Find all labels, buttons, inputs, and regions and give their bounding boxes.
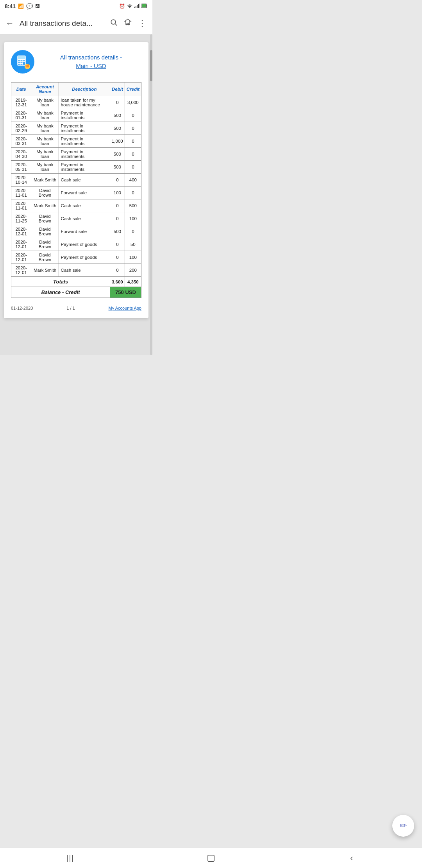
- col-debit: Debit: [110, 82, 125, 96]
- wifi-icon: [127, 4, 133, 9]
- table-row: 2020-01-31 My bank loan Payment in insta…: [11, 109, 141, 122]
- more-icon[interactable]: ⋮: [138, 18, 147, 29]
- cell-date: 2020-04-30: [11, 148, 31, 161]
- cell-date: 2019-12-31: [11, 96, 31, 109]
- cell-debit: 1,000: [110, 135, 125, 148]
- col-credit: Credit: [125, 82, 141, 96]
- cell-debit: 0: [110, 96, 125, 109]
- table-row: 2020-11-01 Mark Smith Cash sale 0 500: [11, 199, 141, 212]
- doc-title-link: All transactions details - Main - USD: [60, 54, 122, 70]
- cell-date: 2020-05-31: [11, 161, 31, 174]
- svg-rect-14: [23, 60, 25, 61]
- table-row: 2020-03-31 My bank loan Payment in insta…: [11, 135, 141, 148]
- alarm-icon: ⏰: [119, 4, 125, 9]
- svg-rect-4: [139, 4, 140, 8]
- cell-credit: 500: [125, 199, 141, 212]
- status-left: 8:41 📶 💬 🖫: [5, 3, 40, 9]
- footer-page: 1 / 1: [66, 306, 75, 310]
- cell-description: Payment in installments: [59, 109, 110, 122]
- cell-credit: 50: [125, 238, 141, 251]
- cell-date: 2020-03-31: [11, 135, 31, 148]
- cell-account: David Brown: [31, 212, 59, 225]
- cell-credit: 0: [125, 122, 141, 135]
- table-row: 2020-12-01 Mark Smith Cash sale 0 200: [11, 264, 141, 277]
- content-area: All transactions details - Main - USD Da…: [0, 34, 152, 355]
- cell-date: 2020-12-01: [11, 251, 31, 264]
- cell-date: 2020-11-01: [11, 187, 31, 199]
- doc-title: All transactions details - Main - USD: [41, 53, 141, 71]
- cell-debit: 500: [110, 122, 125, 135]
- back-button[interactable]: ←: [5, 18, 14, 29]
- cell-date: 2020-02-29: [11, 122, 31, 135]
- cell-description: Payment in installments: [59, 122, 110, 135]
- balance-value: 750 USD: [110, 287, 141, 298]
- svg-rect-19: [21, 64, 23, 65]
- table-row: 2020-12-01 David Brown Payment of goods …: [11, 238, 141, 251]
- svg-point-8: [111, 20, 116, 24]
- cell-description: Cash sale: [59, 212, 110, 225]
- cell-account: My bank loan: [31, 109, 59, 122]
- cell-date: 2020-11-01: [11, 199, 31, 212]
- balance-label: Balance - Credit: [11, 287, 110, 298]
- cell-account: My bank loan: [31, 96, 59, 109]
- table-row: 2020-12-01 David Brown Forward sale 500 …: [11, 225, 141, 238]
- cell-account: Mark Smith: [31, 174, 59, 187]
- cell-credit: 3,000: [125, 96, 141, 109]
- cell-description: Cash sale: [59, 199, 110, 212]
- cell-credit: 400: [125, 174, 141, 187]
- scrollbar-track[interactable]: [150, 34, 152, 355]
- cell-account: My bank loan: [31, 135, 59, 148]
- sim-icon: 📶: [18, 4, 24, 9]
- cell-date: 2020-12-01: [11, 225, 31, 238]
- app-logo: [11, 50, 34, 74]
- cell-credit: 0: [125, 161, 141, 174]
- cell-credit: 0: [125, 187, 141, 199]
- cell-description: Payment in installments: [59, 148, 110, 161]
- cell-description: Cash sale: [59, 264, 110, 277]
- totals-label: Totals: [11, 277, 110, 287]
- page-title: All transactions deta...: [20, 19, 110, 28]
- cell-description: Payment in installments: [59, 135, 110, 148]
- search-icon[interactable]: [110, 18, 118, 28]
- svg-rect-17: [23, 62, 25, 65]
- cell-date: 2020-12-01: [11, 238, 31, 251]
- footer-date: 01-12-2020: [11, 306, 33, 310]
- cell-date: 2020-12-01: [11, 264, 31, 277]
- totals-debit: 3,600: [110, 277, 125, 287]
- cell-date: 2020-01-31: [11, 109, 31, 122]
- cell-account: David Brown: [31, 251, 59, 264]
- svg-rect-15: [18, 62, 20, 63]
- cell-credit: 100: [125, 212, 141, 225]
- svg-rect-2: [137, 5, 138, 8]
- cell-credit: 0: [125, 225, 141, 238]
- cell-credit: 100: [125, 251, 141, 264]
- table-row: 2020-12-01 David Brown Payment of goods …: [11, 251, 141, 264]
- doc-footer: 01-12-2020 1 / 1 My Accounts App: [11, 306, 141, 310]
- cell-debit: 500: [110, 148, 125, 161]
- cell-debit: 0: [110, 238, 125, 251]
- table-row: 2020-05-31 My bank loan Payment in insta…: [11, 161, 141, 174]
- cell-description: Payment in installments: [59, 161, 110, 174]
- top-bar-icons: ⋮: [110, 18, 147, 29]
- table-row: 2020-11-25 David Brown Cash sale 0 100: [11, 212, 141, 225]
- totals-row: Totals 3,600 4,350: [11, 277, 141, 287]
- cell-description: Forward sale: [59, 225, 110, 238]
- cell-credit: 0: [125, 148, 141, 161]
- svg-rect-0: [134, 7, 135, 8]
- col-account: Account Name: [31, 82, 59, 96]
- table-header-row: Date Account Name Description Debit Cred…: [11, 82, 141, 96]
- whatsapp-icon: 💬: [26, 3, 33, 9]
- svg-rect-6: [147, 5, 147, 7]
- svg-rect-12: [18, 60, 20, 61]
- cell-credit: 200: [125, 264, 141, 277]
- cell-account: My bank loan: [31, 148, 59, 161]
- cell-debit: 0: [110, 199, 125, 212]
- svg-rect-7: [142, 4, 146, 7]
- cell-credit: 0: [125, 109, 141, 122]
- svg-rect-3: [138, 4, 139, 8]
- col-description: Description: [59, 82, 110, 96]
- svg-rect-13: [21, 60, 23, 61]
- footer-app-name: My Accounts App: [109, 306, 141, 310]
- drive-upload-icon[interactable]: [124, 18, 132, 28]
- cell-debit: 500: [110, 225, 125, 238]
